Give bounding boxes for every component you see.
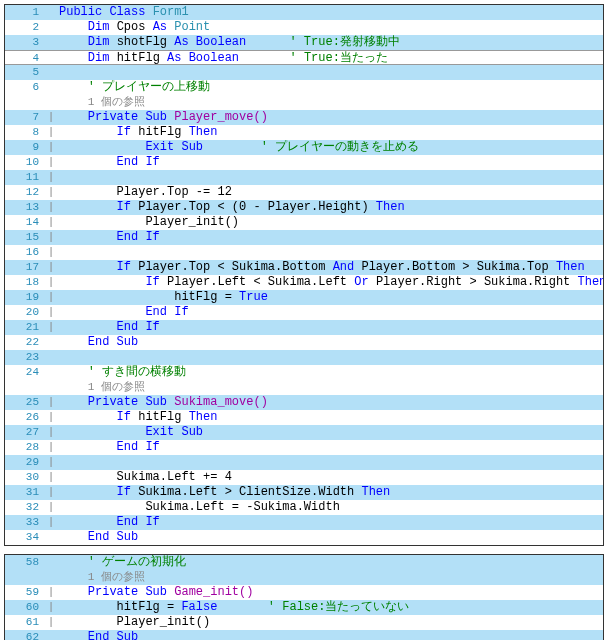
code-line[interactable]: 33| End If bbox=[5, 515, 603, 530]
code-line[interactable]: 60| hitFlg = False ' False:当たっていない bbox=[5, 600, 603, 615]
outline-marker bbox=[45, 630, 57, 640]
code-line[interactable]: 62 End Sub bbox=[5, 630, 603, 640]
code-line[interactable]: 20| End If bbox=[5, 305, 603, 320]
code-line[interactable]: 1Public Class Form1 bbox=[5, 5, 603, 20]
outline-marker: | bbox=[45, 440, 57, 455]
code-block-2: 58 ' ゲームの初期化 1 個の参照59| Private Sub Game_… bbox=[4, 554, 604, 640]
code-line[interactable]: 1 個の参照 bbox=[5, 380, 603, 395]
code-content: 1 個の参照 bbox=[57, 95, 603, 110]
code-line[interactable]: 8| If hitFlg Then bbox=[5, 125, 603, 140]
code-content: Exit Sub ' プレイヤーの動きを止める bbox=[57, 140, 603, 155]
line-number: 12 bbox=[5, 185, 45, 200]
line-number: 32 bbox=[5, 500, 45, 515]
line-number: 2 bbox=[5, 20, 45, 35]
outline-marker: | bbox=[45, 600, 57, 615]
code-content: If hitFlg Then bbox=[57, 125, 603, 140]
code-line[interactable]: 18| If Player.Left < Sukima.Left Or Play… bbox=[5, 275, 603, 290]
line-number: 8 bbox=[5, 125, 45, 140]
code-content: Public Class Form1 bbox=[57, 5, 603, 20]
code-content bbox=[57, 350, 603, 365]
line-number: 28 bbox=[5, 440, 45, 455]
outline-marker bbox=[45, 530, 57, 545]
code-line[interactable]: 24 ' すき間の横移動 bbox=[5, 365, 603, 380]
code-line[interactable]: 22 End Sub bbox=[5, 335, 603, 350]
code-line[interactable]: 9| Exit Sub ' プレイヤーの動きを止める bbox=[5, 140, 603, 155]
outline-marker bbox=[45, 365, 57, 380]
line-number: 16 bbox=[5, 245, 45, 260]
code-line[interactable]: 59| Private Sub Game_init() bbox=[5, 585, 603, 600]
code-line[interactable]: 10| End If bbox=[5, 155, 603, 170]
outline-marker: | bbox=[45, 155, 57, 170]
outline-marker bbox=[45, 350, 57, 365]
code-line[interactable]: 13| If Player.Top < (0 - Player.Height) … bbox=[5, 200, 603, 215]
line-number: 9 bbox=[5, 140, 45, 155]
outline-marker: | bbox=[45, 215, 57, 230]
code-line[interactable]: 32| Sukima.Left = -Sukima.Width bbox=[5, 500, 603, 515]
code-line[interactable]: 15| End If bbox=[5, 230, 603, 245]
line-number: 33 bbox=[5, 515, 45, 530]
code-line[interactable]: 29| bbox=[5, 455, 603, 470]
outline-marker bbox=[45, 570, 57, 585]
code-content: End Sub bbox=[57, 335, 603, 350]
code-content: End Sub bbox=[57, 530, 603, 545]
code-content: If hitFlg Then bbox=[57, 410, 603, 425]
code-content: ' プレイヤーの上移動 bbox=[57, 80, 603, 95]
code-line[interactable]: 17| If Player.Top < Sukima.Bottom And Pl… bbox=[5, 260, 603, 275]
code-line[interactable]: 31| If Sukima.Left > ClientSize.Width Th… bbox=[5, 485, 603, 500]
outline-marker: | bbox=[45, 485, 57, 500]
outline-marker: | bbox=[45, 585, 57, 600]
code-line[interactable]: 11| bbox=[5, 170, 603, 185]
code-line[interactable]: 14| Player_init() bbox=[5, 215, 603, 230]
outline-marker: | bbox=[45, 305, 57, 320]
code-line[interactable]: 16| bbox=[5, 245, 603, 260]
outline-marker bbox=[45, 20, 57, 35]
code-content: End If bbox=[57, 155, 603, 170]
code-content: Sukima.Left += 4 bbox=[57, 470, 603, 485]
line-number: 15 bbox=[5, 230, 45, 245]
code-line[interactable]: 6 ' プレイヤーの上移動 bbox=[5, 80, 603, 95]
line-number: 22 bbox=[5, 335, 45, 350]
code-line[interactable]: 7| Private Sub Player_move() bbox=[5, 110, 603, 125]
code-line[interactable]: 26| If hitFlg Then bbox=[5, 410, 603, 425]
line-number: 17 bbox=[5, 260, 45, 275]
code-line[interactable]: 27| Exit Sub bbox=[5, 425, 603, 440]
line-number: 30 bbox=[5, 470, 45, 485]
outline-marker bbox=[45, 555, 57, 570]
code-line[interactable]: 61| Player_init() bbox=[5, 615, 603, 630]
outline-marker: | bbox=[45, 425, 57, 440]
code-line[interactable]: 1 個の参照 bbox=[5, 95, 603, 110]
code-line[interactable]: 34 End Sub bbox=[5, 530, 603, 545]
code-content: If Sukima.Left > ClientSize.Width Then bbox=[57, 485, 603, 500]
code-content: 1 個の参照 bbox=[57, 380, 603, 395]
outline-marker: | bbox=[45, 110, 57, 125]
code-line[interactable]: 12| Player.Top -= 12 bbox=[5, 185, 603, 200]
line-number: 25 bbox=[5, 395, 45, 410]
line-number: 23 bbox=[5, 350, 45, 365]
outline-marker: | bbox=[45, 230, 57, 245]
line-number: 19 bbox=[5, 290, 45, 305]
code-content: ' すき間の横移動 bbox=[57, 365, 603, 380]
outline-marker: | bbox=[45, 260, 57, 275]
code-line[interactable]: 58 ' ゲームの初期化 bbox=[5, 555, 603, 570]
code-line[interactable]: 28| End If bbox=[5, 440, 603, 455]
code-line[interactable]: 25| Private Sub Sukima_move() bbox=[5, 395, 603, 410]
code-line[interactable]: 5 bbox=[5, 65, 603, 80]
outline-marker: | bbox=[45, 395, 57, 410]
code-line[interactable]: 30| Sukima.Left += 4 bbox=[5, 470, 603, 485]
code-line[interactable]: 4 Dim hitFlg As Boolean ' True:当たった bbox=[5, 50, 603, 65]
code-line[interactable]: 1 個の参照 bbox=[5, 570, 603, 585]
code-line[interactable]: 2 Dim Cpos As Point bbox=[5, 20, 603, 35]
outline-marker bbox=[45, 380, 57, 395]
code-content: Dim Cpos As Point bbox=[57, 20, 603, 35]
line-number: 10 bbox=[5, 155, 45, 170]
code-line[interactable]: 19| hitFlg = True bbox=[5, 290, 603, 305]
outline-marker: | bbox=[45, 185, 57, 200]
outline-marker: | bbox=[45, 410, 57, 425]
line-number: 31 bbox=[5, 485, 45, 500]
outline-marker bbox=[45, 65, 57, 80]
code-line[interactable]: 21| End If bbox=[5, 320, 603, 335]
code-content bbox=[57, 170, 603, 185]
code-line[interactable]: 23 bbox=[5, 350, 603, 365]
code-line[interactable]: 3 Dim shotFlg As Boolean ' True:発射移動中 bbox=[5, 35, 603, 50]
line-number: 3 bbox=[5, 35, 45, 50]
